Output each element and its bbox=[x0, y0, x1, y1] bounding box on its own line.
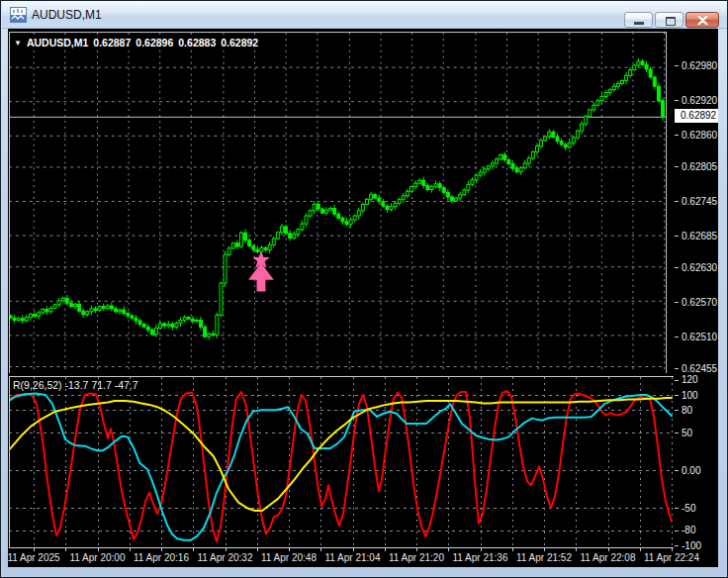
indicator-pane[interactable] bbox=[9, 376, 674, 548]
time-tick bbox=[608, 548, 609, 551]
time-axis-label: 11 Apr 20:00 bbox=[70, 552, 126, 563]
price-tick bbox=[675, 166, 679, 167]
time-tick bbox=[320, 548, 321, 551]
time-tick bbox=[289, 548, 290, 551]
price-tick bbox=[675, 236, 679, 237]
indicator-tick bbox=[675, 433, 679, 434]
chart-window-icon bbox=[10, 7, 27, 23]
candles-layer bbox=[9, 58, 664, 339]
time-axis-label: 11 Apr 2025 bbox=[7, 552, 59, 563]
time-axis-label: 11 Apr 20:16 bbox=[134, 552, 189, 563]
current-price-tag: 0.62892 bbox=[675, 109, 718, 123]
indicator-tick bbox=[675, 530, 679, 531]
price-tick bbox=[675, 302, 679, 303]
low-value: 0.62883 bbox=[178, 37, 216, 48]
time-axis-label: 11 Apr 22:08 bbox=[581, 552, 636, 563]
high-value: 0.62896 bbox=[136, 37, 173, 48]
indicator-axis-label: 120 bbox=[682, 373, 698, 386]
time-tick bbox=[512, 548, 513, 551]
price-axis-label: 0.62860 bbox=[682, 129, 717, 142]
indicator-tick bbox=[675, 508, 679, 509]
price-axis-label: 0.62570 bbox=[682, 296, 717, 309]
price-axis[interactable]: 0.62892 0.629800.629200.628600.628050.62… bbox=[675, 30, 718, 548]
price-tick bbox=[675, 201, 679, 202]
time-axis-label: 11 Apr 20:32 bbox=[198, 552, 253, 563]
restore-button[interactable] bbox=[655, 12, 683, 28]
close-icon bbox=[697, 16, 708, 25]
time-tick bbox=[193, 548, 194, 551]
ohlc-header: ▼ AUDUSD,M1 0.62887 0.62896 0.62883 0.62… bbox=[14, 37, 258, 48]
price-axis-label: 0.62685 bbox=[682, 230, 717, 242]
time-tick bbox=[385, 548, 386, 551]
indicator-axis-label: 80 bbox=[682, 404, 692, 417]
indicator-tick bbox=[675, 380, 679, 381]
time-axis-label: 11 Apr 22:24 bbox=[644, 552, 699, 563]
price-axis-label: 0.62745 bbox=[682, 195, 717, 208]
minimize-icon bbox=[634, 22, 644, 25]
time-tick bbox=[161, 548, 162, 551]
open-value: 0.62887 bbox=[93, 37, 131, 48]
restore-icon bbox=[666, 17, 676, 26]
price-tick bbox=[675, 100, 679, 101]
time-axis[interactable]: 11 Apr 202511 Apr 20:0011 Apr 20:1611 Ap… bbox=[9, 548, 718, 567]
time-axis-label: 11 Apr 21:36 bbox=[453, 552, 508, 563]
time-tick bbox=[672, 548, 673, 551]
terminal-window: AUDUSD,M1 ▼ AUDUSD,M1 0.62887 0.62896 0.… bbox=[0, 0, 728, 578]
titlebar[interactable]: AUDUSD,M1 bbox=[2, 1, 728, 29]
time-tick bbox=[226, 548, 227, 551]
indicator-axis-label: 100 bbox=[682, 389, 698, 402]
indicator-axis-label: -80 bbox=[682, 524, 695, 536]
time-tick bbox=[448, 548, 449, 551]
indicator-tick bbox=[675, 545, 679, 546]
minimize-button[interactable] bbox=[624, 12, 653, 28]
price-tick bbox=[675, 135, 679, 136]
price-tick bbox=[675, 337, 679, 337]
indicator-axis-label: 0.00 bbox=[682, 464, 700, 477]
time-axis-label: 11 Apr 20:48 bbox=[261, 552, 317, 563]
indicator-axis-label: 50 bbox=[682, 427, 692, 439]
close-button[interactable] bbox=[685, 12, 719, 28]
series-R9 bbox=[10, 391, 672, 541]
indicator-tick bbox=[675, 470, 679, 471]
symbol-label: AUDUSD,M1 bbox=[27, 37, 88, 48]
time-tick bbox=[640, 548, 641, 551]
main-chart-pane[interactable] bbox=[9, 30, 674, 376]
time-tick bbox=[544, 548, 545, 551]
time-tick bbox=[416, 548, 417, 551]
price-axis-label: 0.62630 bbox=[682, 261, 717, 274]
time-tick bbox=[576, 548, 577, 551]
price-axis-label: 0.62920 bbox=[682, 94, 717, 107]
time-tick bbox=[98, 548, 99, 551]
time-tick bbox=[130, 548, 131, 551]
close-value: 0.62892 bbox=[221, 37, 258, 48]
price-axis-label: 0.62980 bbox=[682, 59, 717, 72]
signal-arrow-marker[interactable] bbox=[248, 251, 274, 292]
series-R26 bbox=[10, 394, 672, 540]
expander-icon[interactable]: ▼ bbox=[14, 39, 22, 48]
price-tick bbox=[675, 65, 679, 66]
price-tick bbox=[675, 368, 679, 369]
window-title: AUDUSD,M1 bbox=[32, 8, 102, 22]
indicator-axis-label: -50 bbox=[682, 502, 695, 515]
time-tick bbox=[65, 548, 66, 551]
time-tick bbox=[34, 548, 35, 551]
time-tick bbox=[353, 548, 354, 551]
indicator-tick bbox=[675, 410, 679, 411]
time-axis-label: 11 Apr 21:52 bbox=[516, 552, 572, 563]
price-axis-label: 0.62805 bbox=[682, 160, 717, 173]
price-axis-label: 0.62510 bbox=[682, 331, 717, 343]
indicator-tick bbox=[675, 395, 679, 396]
series-R52 bbox=[10, 398, 672, 511]
indicator-header: R(9,26,52) -13.7 71.7 -47.7 bbox=[13, 379, 138, 391]
price-tick bbox=[675, 267, 679, 268]
time-axis-label: 11 Apr 21:20 bbox=[389, 552, 444, 563]
time-tick bbox=[481, 548, 482, 551]
time-axis-label: 11 Apr 21:04 bbox=[325, 552, 381, 563]
time-tick bbox=[257, 548, 258, 551]
